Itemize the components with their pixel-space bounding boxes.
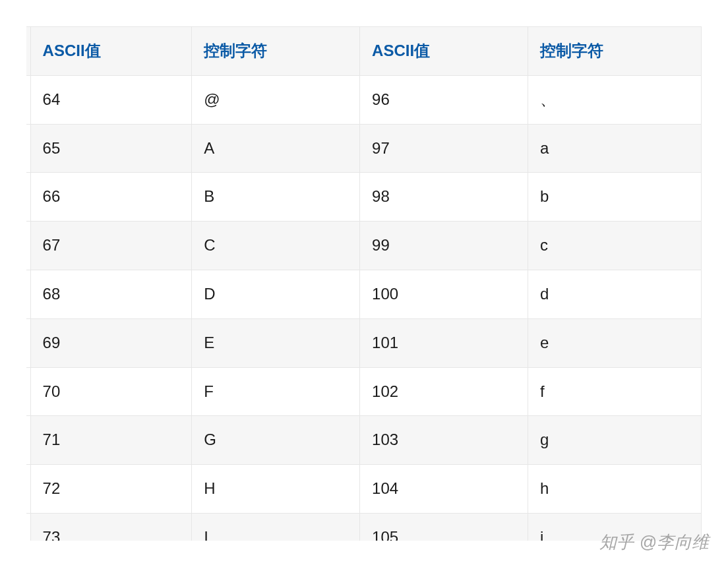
cell-control-char: I <box>192 513 360 541</box>
cell-control-char: @ <box>192 75 360 124</box>
cell-control-char: f <box>528 367 701 416</box>
cell-control-char: e <box>528 318 701 367</box>
header-control-char-1: 控制字符 <box>192 27 360 76</box>
cell-control-char: c <box>528 222 701 270</box>
cell-ascii-value: 102 <box>360 367 528 416</box>
ascii-table-wrapper: ASCII值 控制字符 ASCII值 控制字符 64 @ 96 、 65 A <box>26 26 702 541</box>
page-container: ASCII值 控制字符 ASCII值 控制字符 64 @ 96 、 65 A <box>0 0 728 541</box>
cell-ascii-value: 96 <box>360 75 528 124</box>
cell-control-char: H <box>192 465 360 514</box>
cell-ascii-value: 73 <box>30 513 192 541</box>
cell-control-char: a <box>528 124 701 173</box>
table-header: ASCII值 控制字符 ASCII值 控制字符 <box>26 27 702 76</box>
cell-ascii-value: 72 <box>30 465 192 514</box>
cell-ascii-value: 98 <box>360 173 528 222</box>
cell-control-char: h <box>528 465 701 514</box>
table-row: 68 D 100 d <box>26 270 702 318</box>
header-ascii-value-2: ASCII值 <box>360 27 528 76</box>
table-body: 64 @ 96 、 65 A 97 a 66 B 98 b <box>26 75 702 541</box>
cell-ascii-value: 66 <box>30 173 192 222</box>
cell-control-char: F <box>192 367 360 416</box>
cell-ascii-value: 103 <box>360 416 528 465</box>
cell-control-char: i <box>528 513 701 541</box>
cell-ascii-value: 105 <box>360 513 528 541</box>
cell-ascii-value: 99 <box>360 222 528 270</box>
table-row: 66 B 98 b <box>26 173 702 222</box>
cell-ascii-value: 70 <box>30 367 192 416</box>
cell-control-char: C <box>192 222 360 270</box>
table-row: 69 E 101 e <box>26 318 702 367</box>
cell-control-char: E <box>192 318 360 367</box>
table-row: 71 G 103 g <box>26 416 702 465</box>
table-row: 70 F 102 f <box>26 367 702 416</box>
cell-control-char: G <box>192 416 360 465</box>
cell-ascii-value: 69 <box>30 318 192 367</box>
table-row: 72 H 104 h <box>26 465 702 514</box>
header-ascii-value-1: ASCII值 <box>30 27 192 76</box>
cell-ascii-value: 71 <box>30 416 192 465</box>
cell-control-char: D <box>192 270 360 318</box>
cell-ascii-value: 64 <box>30 75 192 124</box>
cell-ascii-value: 67 <box>30 222 192 270</box>
cell-ascii-value: 104 <box>360 465 528 514</box>
cell-ascii-value: 100 <box>360 270 528 318</box>
cell-control-char: g <box>528 416 701 465</box>
cell-control-char: 、 <box>528 75 701 124</box>
table-row: 65 A 97 a <box>26 124 702 173</box>
ascii-table: ASCII值 控制字符 ASCII值 控制字符 64 @ 96 、 65 A <box>26 26 702 541</box>
cell-control-char: b <box>528 173 701 222</box>
cell-control-char: d <box>528 270 701 318</box>
cell-ascii-value: 65 <box>30 124 192 173</box>
table-row: 67 C 99 c <box>26 222 702 270</box>
cell-ascii-value: 101 <box>360 318 528 367</box>
cell-ascii-value: 97 <box>360 124 528 173</box>
cell-ascii-value: 68 <box>30 270 192 318</box>
header-control-char-2: 控制字符 <box>528 27 701 76</box>
cell-control-char: A <box>192 124 360 173</box>
cell-control-char: B <box>192 173 360 222</box>
table-row: 73 I 105 i <box>26 513 702 541</box>
table-row: 64 @ 96 、 <box>26 75 702 124</box>
